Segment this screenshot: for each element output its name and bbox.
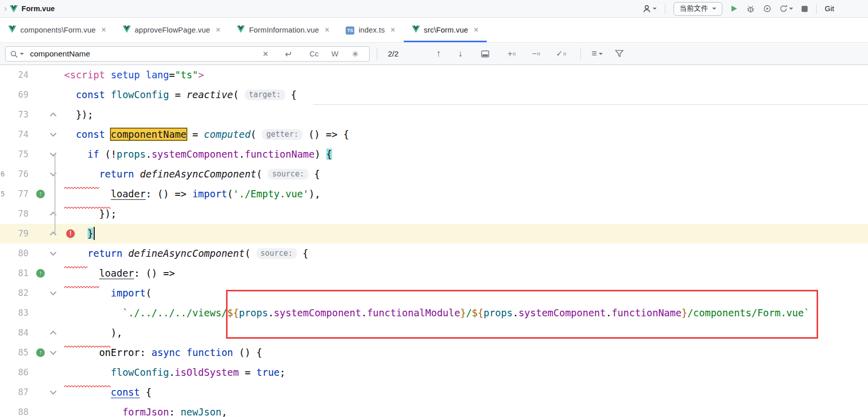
vue-icon <box>8 25 16 35</box>
gutter: 82 <box>0 283 64 303</box>
code-line-76[interactable]: 676 return defineAsyncComponent( source:… <box>0 164 868 184</box>
fold-end-icon[interactable] <box>50 112 57 119</box>
fold-start-icon[interactable] <box>50 130 57 137</box>
search-input[interactable]: componentName × Cc W ✳ <box>5 46 370 62</box>
code-text: const componentName = computed( getter: … <box>64 125 349 144</box>
code-line-82[interactable]: 82 import( <box>0 283 868 303</box>
fold-start-icon[interactable] <box>50 388 57 395</box>
user-icon[interactable] <box>642 5 657 13</box>
green-arrow-up-icon[interactable]: ↑ <box>36 348 45 357</box>
match-case-toggle[interactable]: Cc <box>310 47 319 61</box>
tab-close-icon[interactable]: × <box>216 26 221 34</box>
gutter: 24 <box>0 65 64 85</box>
vue-icon <box>123 25 131 35</box>
line-number: 83 <box>0 303 29 323</box>
tab-close-icon[interactable]: × <box>325 26 330 34</box>
code-line-78[interactable]: 78 }); <box>0 204 868 224</box>
line-number: 78 <box>0 204 29 224</box>
tab-forminformation-vue[interactable]: FormInformation.vue× <box>229 18 338 42</box>
line-number: 81 <box>0 263 29 283</box>
green-arrow-up-icon[interactable]: ↑ <box>36 269 45 278</box>
chevron-down-icon <box>653 8 657 10</box>
line-number: 88 <box>0 402 29 417</box>
run-config-label: 当前文件 <box>680 4 708 13</box>
code-line-85[interactable]: 85↑ onError: async function () { <box>0 343 868 363</box>
stop-button[interactable] <box>801 6 808 12</box>
line-number: 85 <box>0 343 29 363</box>
code-line-86[interactable]: 86 flowConfig.isOldSystem = true; <box>0 363 868 382</box>
window-title: Form.vue <box>21 5 54 13</box>
code-line-74[interactable]: 74 const componentName = computed( gette… <box>0 125 868 144</box>
git-menu[interactable]: Git <box>825 5 834 13</box>
error-icon[interactable]: ! <box>66 229 75 238</box>
green-arrow-up-icon[interactable]: ↑ <box>36 190 45 198</box>
chevron-down-icon <box>789 8 793 10</box>
code-line-77[interactable]: 577↑ loader: () => import('./Empty.vue')… <box>0 184 868 204</box>
code-line-84[interactable]: 84 ), <box>0 323 868 343</box>
tab-close-icon[interactable]: × <box>474 26 479 34</box>
gutter: 86 <box>0 363 64 382</box>
gutter: 73 <box>0 105 64 125</box>
run-button[interactable] <box>731 5 738 13</box>
fold-start-icon[interactable] <box>50 348 57 355</box>
open-in-find-window-button[interactable] <box>481 43 489 65</box>
code-line-88[interactable]: 88 formJson: newJson, <box>0 402 868 417</box>
tab-close-icon[interactable]: × <box>390 26 396 34</box>
inlay-hint: source: <box>268 169 308 180</box>
coverage-button[interactable] <box>763 5 771 13</box>
inlay-hint: getter: <box>262 129 302 140</box>
tab-index-ts[interactable]: TSindex.ts× <box>338 18 403 42</box>
words-toggle[interactable]: W <box>331 47 339 61</box>
search-query-text: componentName <box>30 47 90 61</box>
rerun-button[interactable] <box>779 5 793 13</box>
code-line-81[interactable]: 81↑ loader: () => <box>0 263 868 283</box>
debug-button[interactable] <box>746 5 755 13</box>
editor[interactable]: 24<script setup lang="ts">69 const flowC… <box>0 65 868 417</box>
select-all-occurrences-button[interactable]: ✓II <box>556 43 566 65</box>
code-text: const flowConfig = reactive( target: { <box>64 85 297 105</box>
error-squiggle <box>64 279 99 282</box>
code-line-73[interactable]: 73 }); <box>0 105 868 125</box>
filter-button[interactable] <box>615 43 624 65</box>
code-text: <script setup lang="ts"> <box>64 65 204 85</box>
code-line-87[interactable]: 87 const { <box>0 382 868 402</box>
line-number: 80 <box>0 244 29 263</box>
run-config-dropdown[interactable]: 当前文件 <box>674 2 722 16</box>
search-history-icon[interactable] <box>20 47 24 61</box>
regex-toggle[interactable]: ✳ <box>352 47 358 61</box>
code-text: `./../../../views/${props.systemComponen… <box>64 303 809 323</box>
line-number: 24 <box>0 65 29 85</box>
prev-occurrence-button[interactable]: ↑ <box>436 43 441 65</box>
gutter: 84 <box>0 323 64 343</box>
code-text: return defineAsyncComponent( source: { <box>64 244 309 263</box>
tab-close-icon[interactable]: × <box>101 26 106 34</box>
fold-start-icon[interactable] <box>50 249 57 256</box>
error-squiggle <box>64 200 110 202</box>
clear-search-icon[interactable]: × <box>263 47 268 61</box>
line-number: 76 <box>0 164 29 184</box>
code-line-83[interactable]: 83 `./../../../views/${props.systemCompo… <box>0 303 868 323</box>
line-number: 69 <box>0 85 29 105</box>
code-line-79[interactable]: 79! } <box>0 224 868 244</box>
line-number: 84 <box>0 323 29 343</box>
newline-icon[interactable] <box>284 47 292 61</box>
tab-approveflowpage-vue[interactable]: approveFlowPage.vue× <box>115 18 229 42</box>
search-icon[interactable] <box>10 47 18 61</box>
fold-region-indicator <box>54 155 55 233</box>
code-line-69[interactable]: 69 const flowConfig = reactive( target: … <box>0 85 868 105</box>
tab-components-form-vue[interactable]: components\Form.vue× <box>0 18 115 42</box>
remove-occurrence-button[interactable]: −II <box>532 43 540 65</box>
view-options-button[interactable]: ≡ <box>592 43 603 65</box>
code-line-24[interactable]: 24<script setup lang="ts"> <box>0 65 868 85</box>
fold-end-icon[interactable] <box>50 331 57 337</box>
results-count: 2/2 <box>388 43 399 65</box>
next-occurrence-button[interactable]: ↓ <box>458 43 463 65</box>
fold-start-icon[interactable] <box>50 289 57 295</box>
line-number: 87 <box>0 382 29 402</box>
tab-src-form-vue[interactable]: src\Form.vue× <box>404 18 487 42</box>
code-line-80[interactable]: 80 return defineAsyncComponent( source: … <box>0 244 868 263</box>
code-line-75[interactable]: 75 if (!props.systemComponent.functionNa… <box>0 144 868 164</box>
title-bar: › Form.vue 当前文件 <box>0 0 868 18</box>
gutter: 69 <box>0 85 64 105</box>
add-occurrence-button[interactable]: +II <box>508 43 516 65</box>
